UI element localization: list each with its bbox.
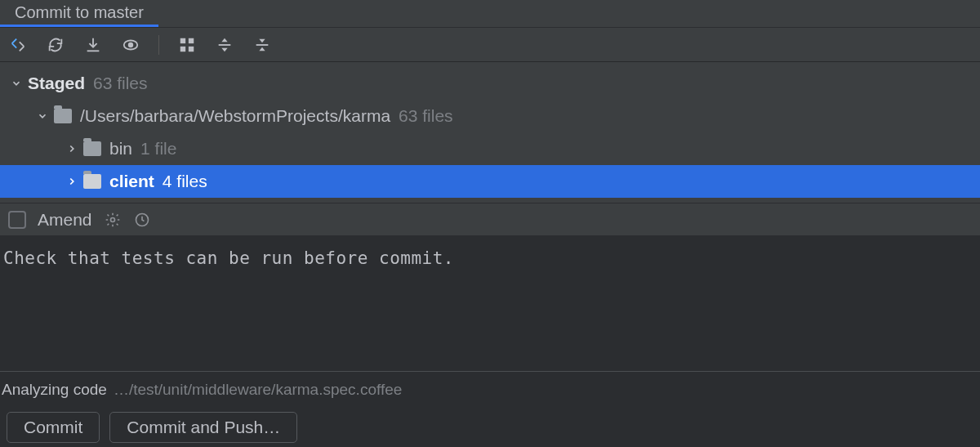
tree-project-count: 63 files — [399, 106, 453, 126]
svg-rect-3 — [189, 38, 194, 42]
button-bar: Commit Commit and Push… — [0, 408, 980, 447]
chevron-right-icon — [64, 143, 80, 154]
svg-rect-5 — [189, 46, 194, 51]
svg-rect-2 — [180, 38, 185, 42]
status-label: Analyzing code — [2, 381, 107, 399]
rollback-icon[interactable] — [8, 35, 28, 55]
chevron-down-icon — [8, 78, 24, 89]
folder-icon — [83, 141, 101, 156]
tree-item-count: 4 files — [163, 172, 207, 191]
changes-tree: Staged 63 files /Users/barbara/WebstormP… — [0, 62, 980, 203]
commit-message-text: Check that tests can be run before commi… — [3, 248, 454, 268]
amend-checkbox[interactable] — [8, 211, 26, 229]
amend-row: Amend — [0, 203, 980, 235]
shelve-icon[interactable] — [83, 35, 103, 55]
amend-label: Amend — [38, 210, 92, 230]
gear-icon[interactable] — [104, 211, 122, 229]
commit-and-push-button[interactable]: Commit and Push… — [109, 412, 297, 443]
tree-row-client[interactable]: client 4 files — [0, 165, 980, 198]
folder-icon — [83, 174, 101, 189]
collapse-icon[interactable] — [252, 35, 272, 55]
tree-root-count: 63 files — [93, 74, 148, 93]
tree-project-path: /Users/barbara/WebstormProjects/karma — [80, 106, 390, 126]
status-bar: Analyzing code …/test/unit/middleware/ka… — [0, 372, 980, 408]
history-icon[interactable] — [133, 211, 151, 229]
svg-rect-4 — [180, 46, 185, 51]
chevron-right-icon — [64, 176, 80, 187]
tab-bar: Commit to master — [0, 0, 980, 28]
commit-message-input[interactable]: Check that tests can be run before commi… — [0, 235, 980, 372]
tab-commit[interactable]: Commit to master — [0, 0, 158, 27]
tab-title: Commit to master — [15, 3, 144, 22]
tree-item-label: client — [109, 172, 154, 191]
group-icon[interactable] — [177, 35, 197, 55]
toolbar-separator — [158, 35, 159, 55]
expand-icon[interactable] — [215, 35, 234, 55]
tree-root-label: Staged — [28, 74, 85, 93]
toolbar — [0, 28, 980, 62]
folder-icon — [54, 109, 72, 123]
chevron-down-icon — [34, 110, 51, 122]
tree-item-count: 1 file — [140, 139, 176, 159]
status-path: …/test/unit/middleware/karma.spec.coffee — [114, 381, 402, 399]
tree-item-label: bin — [109, 139, 132, 159]
tree-row-bin[interactable]: bin 1 file — [0, 132, 980, 165]
preview-icon[interactable] — [121, 35, 140, 55]
tree-row-project[interactable]: /Users/barbara/WebstormProjects/karma 63… — [0, 100, 980, 132]
tree-row-staged[interactable]: Staged 63 files — [0, 67, 980, 100]
refresh-icon[interactable] — [46, 35, 65, 55]
svg-point-1 — [129, 42, 133, 47]
commit-button[interactable]: Commit — [7, 412, 100, 443]
svg-point-6 — [110, 217, 114, 221]
